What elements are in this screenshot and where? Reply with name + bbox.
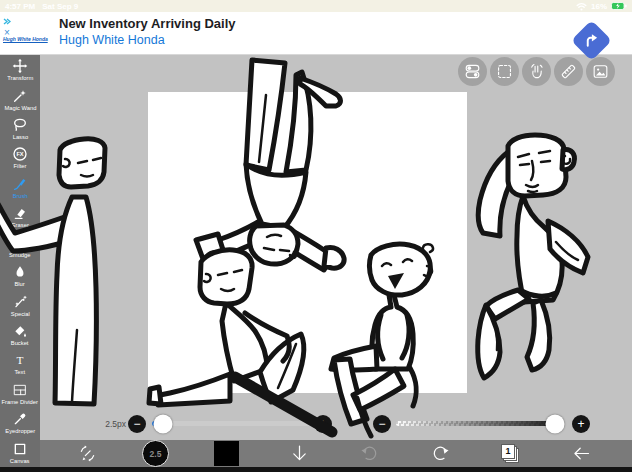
- ruler-icon: [559, 62, 578, 81]
- redo-icon: [430, 443, 451, 464]
- filter-glyph: FX: [16, 152, 23, 158]
- undo-icon: [359, 443, 380, 464]
- tool-label: Transform: [7, 74, 33, 80]
- redo-button[interactable]: [427, 442, 453, 465]
- layers-button[interactable]: 1: [497, 442, 523, 465]
- tool-text[interactable]: T Text: [0, 349, 40, 378]
- transform-icon: [12, 58, 28, 74]
- tool-bucket[interactable]: Bucket: [0, 320, 40, 349]
- tool-label: Blur: [15, 280, 25, 286]
- tool-label: Text: [15, 369, 26, 375]
- back-arrow-icon: [571, 443, 592, 464]
- tool-magic-wand[interactable]: Magic Wand: [0, 84, 40, 113]
- text-glyph: T: [17, 354, 24, 366]
- advertiser-chevron-icon: [3, 18, 12, 25]
- tool-label: Magic Wand: [4, 104, 36, 110]
- tool-filter[interactable]: FX Filter: [0, 143, 40, 172]
- tool-label: Frame Divider: [2, 398, 38, 404]
- back-arrow-button[interactable]: [568, 442, 594, 465]
- tool-eraser[interactable]: Eraser: [0, 202, 40, 231]
- opacity-knob[interactable]: [546, 414, 565, 433]
- tool-label: Special: [10, 310, 29, 316]
- drawing-canvas[interactable]: [148, 92, 467, 393]
- canvas-icon: [12, 441, 28, 457]
- brush-preview-value: 2.5: [150, 449, 162, 459]
- ad-choices-button[interactable]: [571, 20, 612, 61]
- status-time: 4:57 PM: [5, 2, 35, 11]
- swap-brush-eraser-icon: [77, 443, 98, 464]
- tool-label: Lasso: [12, 133, 27, 139]
- layer-toggle-button[interactable]: [458, 57, 487, 86]
- status-bar: 4:57 PM Sat Sep 9 16%: [0, 0, 632, 12]
- frame-divider-icon: [12, 382, 28, 398]
- down-arrow-icon: [289, 443, 310, 464]
- special-pen-icon: [12, 294, 28, 310]
- select-area-icon: [495, 62, 514, 81]
- tool-label: Canvas: [10, 457, 30, 463]
- eraser-icon: [12, 205, 28, 221]
- ad-banner[interactable]: Hugh White Honda × New Inventory Arrivin…: [0, 12, 632, 55]
- tool-label: Bucket: [11, 339, 29, 345]
- import-image-button[interactable]: [586, 57, 615, 86]
- home-indicator-area: [0, 467, 632, 472]
- brush-size-minus-button[interactable]: −: [128, 415, 146, 433]
- advertiser-logo-text: Hugh White Honda: [3, 36, 57, 42]
- brush-size-slider[interactable]: [152, 421, 312, 426]
- bucket-icon: [12, 323, 28, 339]
- tool-canvas[interactable]: Canvas: [0, 437, 40, 466]
- hand-gesture-icon: [527, 62, 546, 81]
- filter-icon: FX: [12, 146, 28, 162]
- tool-brush[interactable]: Brush: [0, 173, 40, 202]
- opacity-minus-button[interactable]: −: [373, 415, 391, 433]
- blur-icon: [12, 264, 28, 280]
- advertiser-logo[interactable]: Hugh White Honda: [3, 18, 57, 42]
- import-image-icon: [591, 62, 610, 81]
- undo-button[interactable]: [356, 442, 382, 465]
- tool-label: Filter: [14, 163, 27, 169]
- bottom-toolbar: 2.5 1: [40, 440, 632, 467]
- eyedropper-icon: [12, 411, 28, 427]
- ad-headline[interactable]: New Inventory Arriving Daily: [59, 16, 236, 31]
- magic-wand-icon: [12, 88, 28, 104]
- opacity-plus-button[interactable]: +: [572, 415, 590, 433]
- tool-label: Smudge: [9, 251, 31, 257]
- save-download-button[interactable]: [286, 442, 312, 465]
- tool-special[interactable]: Special: [0, 290, 40, 319]
- battery-percent: 16%: [591, 2, 607, 11]
- hand-gesture-button[interactable]: [522, 57, 551, 86]
- tool-transform[interactable]: Transform: [0, 55, 40, 84]
- brush-size-label: 2.5px: [94, 419, 126, 429]
- tool-label: Brush: [12, 192, 27, 198]
- wifi-icon: [576, 2, 587, 11]
- status-date: Sat Sep 9: [42, 2, 78, 11]
- swap-brush-eraser-button[interactable]: [74, 442, 100, 465]
- ad-link[interactable]: Hugh White Honda: [59, 33, 165, 47]
- brush-icon: [12, 176, 28, 192]
- brush-preview-button[interactable]: 2.5: [142, 440, 169, 467]
- layer-toggle-icon: [463, 62, 482, 81]
- brush-size-knob[interactable]: [154, 414, 173, 433]
- ruler-button[interactable]: [554, 57, 583, 86]
- tool-frame-divider[interactable]: Frame Divider: [0, 379, 40, 408]
- layer-count-badge: 1: [501, 444, 515, 459]
- tool-blur[interactable]: Blur: [0, 261, 40, 290]
- medibang-paint-app: 4:57 PM Sat Sep 9 16% Hugh White Honda: [0, 0, 632, 472]
- opacity-slider[interactable]: [396, 421, 562, 426]
- text-icon: T: [12, 352, 28, 368]
- lasso-icon: [12, 117, 28, 133]
- tool-sidebar: Transform Magic Wand Lasso FX Filter: [0, 55, 40, 467]
- layers-icon: 1: [499, 443, 521, 465]
- smudge-icon: [12, 235, 28, 251]
- tool-label: Eraser: [11, 222, 28, 228]
- color-swatch-button[interactable]: [214, 441, 239, 466]
- tool-eyedropper[interactable]: Eyedropper: [0, 408, 40, 437]
- tool-label: Eyedropper: [5, 428, 35, 434]
- select-area-button[interactable]: [490, 57, 519, 86]
- ad-close-button[interactable]: ×: [4, 28, 10, 38]
- battery-icon: [611, 2, 627, 10]
- redirect-arrow-icon: [583, 32, 601, 50]
- tool-lasso[interactable]: Lasso: [0, 114, 40, 143]
- brush-size-plus-button[interactable]: +: [314, 415, 332, 433]
- tool-smudge[interactable]: Smudge: [0, 232, 40, 261]
